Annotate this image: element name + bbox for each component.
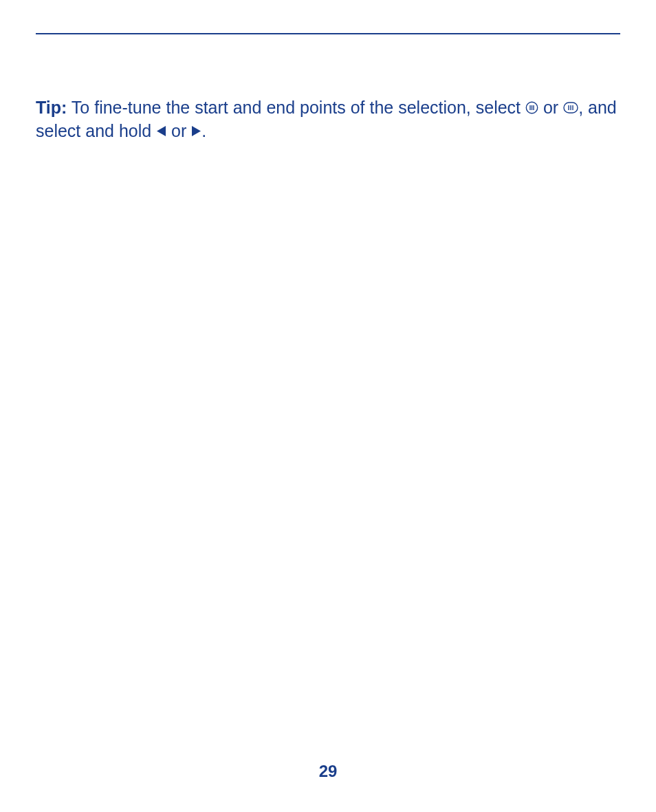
svg-marker-9 bbox=[192, 126, 201, 136]
start-marker-icon bbox=[525, 101, 538, 114]
right-arrow-icon bbox=[191, 125, 201, 137]
svg-marker-8 bbox=[157, 126, 166, 136]
page-container: Tip: To fine-tune the start and end poin… bbox=[0, 0, 656, 812]
top-horizontal-rule bbox=[36, 33, 620, 34]
tip-text-part1: To fine-tune the start and end points of… bbox=[67, 98, 525, 117]
end-marker-icon bbox=[563, 102, 578, 114]
page-number: 29 bbox=[0, 762, 656, 781]
tip-text-end: . bbox=[201, 121, 206, 140]
tip-text-or1: or bbox=[538, 98, 563, 117]
left-arrow-icon bbox=[156, 125, 166, 137]
tip-label: Tip: bbox=[36, 98, 67, 117]
tip-paragraph: Tip: To fine-tune the start and end poin… bbox=[36, 96, 620, 143]
tip-text-or2: or bbox=[166, 121, 191, 140]
